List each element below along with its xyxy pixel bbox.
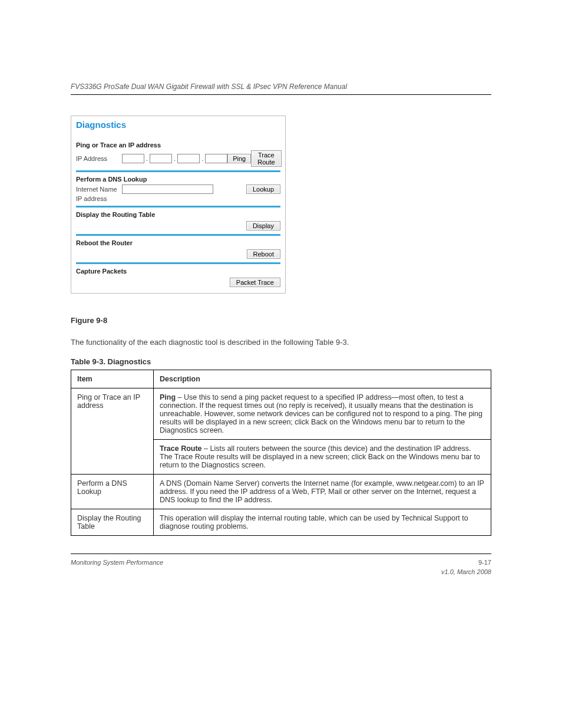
table-cell-item: Perform a DNS Lookup: [71, 474, 154, 509]
table-cell-item: Display the Routing Table: [71, 509, 154, 535]
ping-section: Ping or Trace an IP address IP Address .…: [76, 141, 280, 167]
divider: [76, 170, 280, 172]
table-row: Ping or Trace an IP address Ping – Use t…: [71, 388, 491, 439]
trace-desc: – Lists all routers between the source (…: [160, 444, 480, 469]
routing-heading: Display the Routing Table: [76, 211, 280, 218]
ping-button[interactable]: Ping: [227, 154, 251, 163]
footer-left: Monitoring System Performance: [71, 559, 163, 575]
display-button[interactable]: Display: [246, 221, 280, 230]
table-header-row: Item Description: [71, 370, 491, 388]
page-header: FVS336G ProSafe Dual WAN Gigabit Firewal…: [71, 83, 491, 95]
divider: [76, 206, 280, 207]
figure-caption: Figure 9-8: [71, 316, 491, 325]
footer-date: v1.0, March 2008: [441, 568, 491, 575]
capture-heading: Capture Packets: [76, 268, 280, 275]
dns-section: Perform a DNS Lookup Internet Name Looku…: [76, 176, 280, 202]
table-cell-desc: A DNS (Domain Name Server) converts the …: [154, 474, 491, 509]
dot-icon: .: [172, 155, 177, 162]
diagnostics-title: Diagnostics: [76, 120, 280, 130]
dot-icon: .: [200, 155, 205, 162]
footer-page-number: 9-17: [441, 559, 491, 566]
diagnostics-table: Item Description Ping or Trace an IP add…: [71, 370, 491, 536]
table-caption: Table 9-3. Diagnostics: [71, 357, 491, 366]
ip-octet-2[interactable]: [150, 154, 172, 163]
reboot-section: Reboot the Router Reboot: [76, 239, 280, 259]
table-header-item: Item: [71, 370, 154, 388]
body-paragraph: The functionality of the each diagnostic…: [71, 337, 491, 349]
table-cell-item: Ping or Trace an IP address: [71, 388, 154, 474]
trace-route-button[interactable]: Trace Route: [251, 150, 281, 167]
trace-label: Trace Route: [160, 444, 202, 453]
table-cell-desc: Ping – Use this to send a ping packet re…: [154, 388, 491, 439]
ip-octet-4[interactable]: [205, 154, 227, 163]
ping-heading: Ping or Trace an IP address: [76, 141, 280, 149]
table-header-desc: Description: [154, 370, 491, 388]
divider: [76, 234, 280, 236]
header-left: FVS336G ProSafe Dual WAN Gigabit Firewal…: [71, 83, 347, 91]
table-row: Display the Routing Table This operation…: [71, 509, 491, 535]
reboot-heading: Reboot the Router: [76, 239, 280, 246]
packet-trace-button[interactable]: Packet Trace: [230, 278, 280, 287]
table-row: Perform a DNS Lookup A DNS (Domain Name …: [71, 474, 491, 509]
ping-desc: – Use this to send a ping packet request…: [160, 393, 482, 434]
ip-address-label: IP Address: [76, 155, 122, 162]
routing-section: Display the Routing Table Display: [76, 211, 280, 230]
lookup-button[interactable]: Lookup: [246, 185, 280, 194]
dns-heading: Perform a DNS Lookup: [76, 176, 280, 183]
internet-name-label: Internet Name: [76, 186, 122, 193]
table-cell-desc: This operation will display the internal…: [154, 509, 491, 535]
ip-address-static-label: IP address: [76, 195, 122, 202]
ping-label: Ping: [160, 393, 176, 401]
divider: [76, 262, 280, 264]
page-footer: Monitoring System Performance 9-17 v1.0,…: [71, 554, 491, 575]
capture-section: Capture Packets Packet Trace: [76, 268, 280, 287]
dot-icon: .: [144, 155, 150, 162]
diagnostics-panel: Diagnostics Ping or Trace an IP address …: [71, 116, 286, 294]
reboot-button[interactable]: Reboot: [247, 249, 280, 259]
internet-name-input[interactable]: [122, 185, 213, 194]
table-cell-desc: Trace Route – Lists all routers between …: [154, 439, 491, 474]
ip-octet-3[interactable]: [177, 154, 200, 163]
ip-octet-1[interactable]: [122, 154, 144, 163]
